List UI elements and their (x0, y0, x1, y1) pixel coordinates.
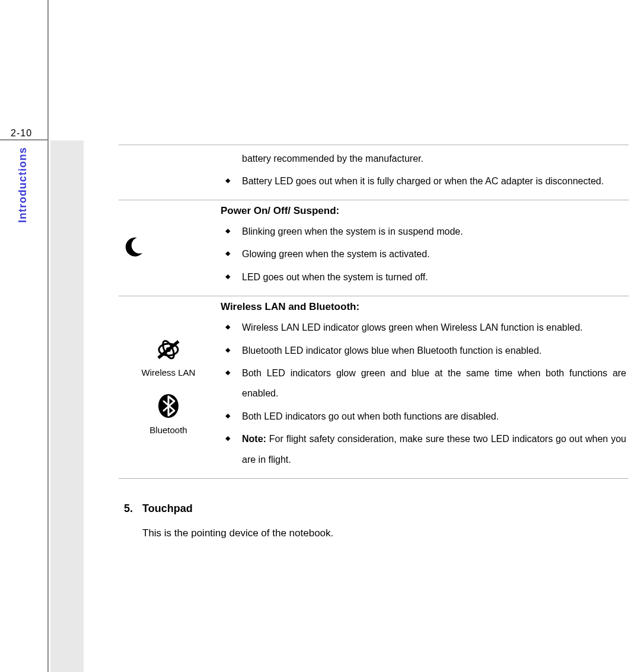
section-5-heading: 5. Touchpad (119, 503, 629, 515)
power-title: Power On/ Off/ Suspend: (221, 205, 626, 217)
wlan-caption: Wireless LAN (142, 367, 196, 377)
section-number: 5. (119, 503, 133, 515)
battery-cont-line: battery recommended by the manufacturer. (221, 149, 626, 169)
battery-desc: battery recommended by the manufacturer.… (218, 145, 629, 200)
section-title: Touchpad (142, 503, 193, 515)
wlan-bt-bullet: Both LED indicators glow green and blue … (242, 363, 626, 404)
page-number: 2-10 (11, 128, 32, 139)
left-vertical-rule (47, 0, 49, 672)
bluetooth-icon (157, 393, 180, 419)
wlan-bt-bullet: Both LED indicators go out when both fun… (242, 407, 626, 427)
moon-icon (121, 235, 216, 259)
power-bullet: Blinking green when the system is in sus… (242, 222, 626, 242)
wlan-bt-title: Wireless LAN and Bluetooth: (221, 301, 626, 313)
power-desc: Power On/ Off/ Suspend: Blinking green w… (218, 200, 629, 296)
page: 2-10 Introductions battery recommended b… (0, 0, 631, 672)
content-area: battery recommended by the manufacturer.… (119, 145, 629, 543)
power-icon-cell (119, 200, 218, 296)
gray-margin-bar (50, 140, 84, 672)
left-horizontal-rule (0, 139, 47, 140)
power-bullet: Glowing green when the system is activat… (242, 244, 626, 264)
note-text: For flight safety consideration, make su… (242, 434, 626, 464)
wireless-lan-icon (155, 338, 182, 361)
wlan-bt-icon-cell: Wireless LAN Bluetooth (119, 296, 218, 479)
wlan-bt-bullet: Bluetooth LED indicator glows blue when … (242, 341, 626, 361)
power-bullet: LED goes out when the system is turned o… (242, 267, 626, 287)
battery-bullet: Battery LED goes out when it is fully ch… (242, 171, 626, 191)
side-tab-label: Introductions (17, 147, 29, 223)
wlan-bt-note: Note: For flight safety consideration, m… (242, 429, 626, 470)
wlan-bt-bullet: Wireless LAN LED indicator glows green w… (242, 318, 626, 338)
section-5-body: This is the pointing device of the noteb… (142, 523, 629, 543)
note-label: Note: (242, 434, 266, 444)
wlan-bt-desc: Wireless LAN and Bluetooth: Wireless LAN… (218, 296, 629, 479)
indicator-table: battery recommended by the manufacturer.… (119, 145, 629, 479)
bt-caption: Bluetooth (149, 425, 187, 435)
battery-icon-cell (119, 145, 218, 200)
